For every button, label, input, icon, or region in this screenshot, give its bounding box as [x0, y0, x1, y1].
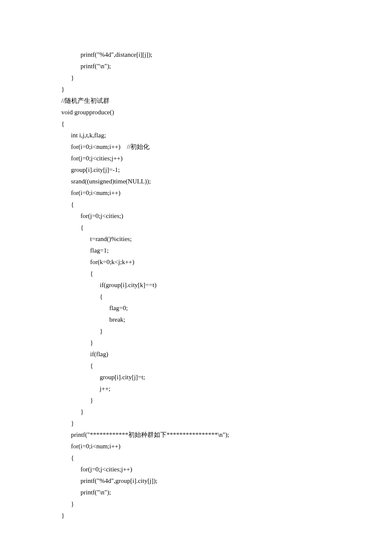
code-line: {: [61, 118, 392, 130]
code-line: }: [61, 337, 392, 349]
code-line: }: [61, 510, 392, 521]
code-line: {: [61, 452, 392, 464]
code-line: flag=1;: [61, 245, 392, 256]
code-line: for(j=0;j<cities;j++): [61, 153, 392, 164]
code-line: {: [61, 222, 392, 233]
code-line: group[i].city[j]=t;: [61, 372, 392, 383]
code-line: }: [61, 395, 392, 406]
code-line: for(i=0;i<num;i++): [61, 187, 392, 199]
code-line: }: [61, 72, 392, 84]
code-line: }: [61, 406, 392, 418]
code-line: printf("%4d",group[i].city[j]);: [61, 475, 392, 487]
code-line: for(j=0;j<cities;j++): [61, 464, 392, 475]
code-line: printf("\n");: [61, 61, 392, 72]
code-line: j++;: [61, 383, 392, 395]
code-line: {: [61, 291, 392, 302]
code-line: flag=0;: [61, 302, 392, 314]
code-line: printf("%4d",distance[i][j]);: [61, 49, 392, 61]
code-line: //随机产生初试群: [61, 95, 392, 107]
code-line: {: [61, 268, 392, 279]
code-line: int i,j,t,k,flag;: [61, 130, 392, 141]
code-line: }: [61, 498, 392, 510]
code-line: break;: [61, 314, 392, 325]
code-line: {: [61, 199, 392, 210]
code-line: if(group[i].city[k]==t): [61, 279, 392, 291]
code-line: srand((unsigned)time(NULL));: [61, 176, 392, 187]
code-block: printf("%4d",distance[i][j]); printf("\n…: [61, 49, 392, 521]
code-line: for(j=0;j<cities;): [61, 210, 392, 222]
code-line: group[i].city[j]=-1;: [61, 164, 392, 176]
code-line: printf("\n");: [61, 487, 392, 498]
code-line: for(k=0;k<j;k++): [61, 256, 392, 268]
code-line: if(flag): [61, 349, 392, 360]
document-page: printf("%4d",distance[i][j]); printf("\n…: [0, 0, 392, 555]
code-line: t=rand()%cities;: [61, 233, 392, 245]
code-line: printf("************初始种群如下**************…: [61, 429, 392, 441]
code-line: void groupproduce(): [61, 107, 392, 118]
code-line: }: [61, 418, 392, 429]
code-line: }: [61, 84, 392, 95]
code-line: {: [61, 360, 392, 372]
code-line: for(i=0;i<num;i++): [61, 441, 392, 452]
code-line: for(i=0;i<num;i++) //初始化: [61, 141, 392, 153]
code-line: }: [61, 325, 392, 337]
